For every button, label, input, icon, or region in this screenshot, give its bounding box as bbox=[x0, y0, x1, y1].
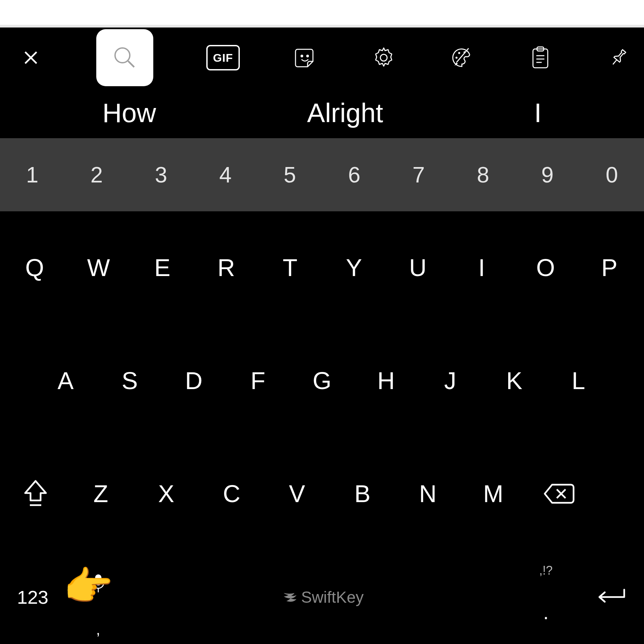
key-6[interactable]: 6 bbox=[322, 138, 386, 211]
svg-rect-11 bbox=[533, 49, 548, 68]
key-v[interactable]: V bbox=[264, 437, 330, 550]
microphone-icon bbox=[91, 574, 106, 594]
letter-row-1: Q W E R T Y U I O P bbox=[0, 211, 644, 324]
gif-label: GIF bbox=[213, 51, 233, 64]
svg-line-3 bbox=[128, 61, 134, 67]
key-i[interactable]: I bbox=[450, 211, 514, 324]
svg-point-5 bbox=[307, 55, 309, 57]
key-l[interactable]: L bbox=[546, 324, 610, 437]
key-d[interactable]: D bbox=[162, 324, 226, 437]
space-key[interactable]: SwiftKey bbox=[131, 550, 513, 644]
suggestion-bar: How Alright I bbox=[0, 88, 644, 138]
key-e[interactable]: E bbox=[130, 211, 194, 324]
svg-point-4 bbox=[301, 55, 303, 57]
symbols-key[interactable]: 123 bbox=[0, 550, 65, 644]
key-8[interactable]: 8 bbox=[451, 138, 515, 211]
key-k[interactable]: K bbox=[482, 324, 546, 437]
period-key[interactable]: ,!? . bbox=[513, 550, 579, 644]
key-0[interactable]: 0 bbox=[580, 138, 644, 211]
key-j[interactable]: J bbox=[418, 324, 482, 437]
suggestion-3[interactable]: I bbox=[534, 98, 542, 128]
key-2[interactable]: 2 bbox=[64, 138, 129, 211]
svg-point-6 bbox=[380, 54, 387, 61]
svg-point-2 bbox=[115, 48, 130, 63]
settings-icon[interactable] bbox=[371, 45, 396, 70]
close-icon[interactable] bbox=[18, 45, 44, 70]
key-c[interactable]: C bbox=[199, 437, 264, 550]
suggestion-2[interactable]: Alright bbox=[307, 98, 383, 128]
key-b[interactable]: B bbox=[330, 437, 395, 550]
backspace-key[interactable] bbox=[526, 483, 591, 505]
clipboard-icon[interactable] bbox=[528, 45, 553, 70]
number-row: 1 2 3 4 5 6 7 8 9 0 bbox=[0, 138, 644, 211]
svg-line-10 bbox=[457, 48, 469, 62]
bottom-row: 123 , SwiftKey ,!? . 👈 bbox=[0, 550, 644, 644]
search-button[interactable] bbox=[96, 29, 153, 86]
suggestion-1[interactable]: How bbox=[102, 98, 156, 128]
key-m[interactable]: M bbox=[461, 437, 526, 550]
key-r[interactable]: R bbox=[194, 211, 258, 324]
key-g[interactable]: G bbox=[290, 324, 354, 437]
theme-icon[interactable] bbox=[449, 45, 475, 70]
svg-rect-20 bbox=[96, 575, 101, 585]
space-brand-label: SwiftKey bbox=[301, 588, 364, 606]
key-z[interactable]: Z bbox=[68, 437, 133, 550]
key-x[interactable]: X bbox=[133, 437, 199, 550]
key-q[interactable]: Q bbox=[3, 211, 66, 324]
key-o[interactable]: O bbox=[514, 211, 577, 324]
letter-row-3: Z X C V B N M bbox=[0, 437, 644, 550]
swiftkey-brand: SwiftKey bbox=[280, 588, 364, 606]
swiftkey-keyboard: GIF How Alright I 1 2 3 4 5 6 7 8 9 0 bbox=[0, 28, 644, 644]
separator-bar bbox=[0, 25, 644, 28]
svg-point-8 bbox=[458, 52, 460, 54]
key-f[interactable]: F bbox=[226, 324, 290, 437]
shift-key[interactable] bbox=[3, 479, 68, 508]
key-h[interactable]: H bbox=[354, 324, 418, 437]
letter-row-2: A S D F G H J K L bbox=[0, 324, 644, 437]
key-7[interactable]: 7 bbox=[386, 138, 451, 211]
pin-icon[interactable] bbox=[606, 45, 631, 70]
svg-line-16 bbox=[613, 60, 617, 64]
key-5[interactable]: 5 bbox=[258, 138, 322, 211]
punct-hint: ,!? bbox=[539, 564, 552, 578]
key-9[interactable]: 9 bbox=[515, 138, 580, 211]
gif-button[interactable]: GIF bbox=[206, 45, 240, 70]
comma-hint: , bbox=[96, 621, 100, 638]
key-u[interactable]: U bbox=[386, 211, 449, 324]
key-4[interactable]: 4 bbox=[193, 138, 258, 211]
key-a[interactable]: A bbox=[34, 324, 98, 437]
enter-key[interactable] bbox=[579, 550, 644, 644]
key-w[interactable]: W bbox=[66, 211, 130, 324]
key-t[interactable]: T bbox=[258, 211, 322, 324]
symbols-label: 123 bbox=[17, 586, 48, 608]
period-label: . bbox=[543, 601, 549, 624]
voice-key[interactable]: , bbox=[65, 550, 131, 644]
key-s[interactable]: S bbox=[98, 324, 162, 437]
svg-point-7 bbox=[455, 57, 458, 59]
keyboard-toolbar: GIF bbox=[0, 28, 644, 88]
app-area-above-keyboard bbox=[0, 0, 644, 25]
key-1[interactable]: 1 bbox=[0, 138, 64, 211]
key-n[interactable]: N bbox=[395, 437, 461, 550]
key-y[interactable]: Y bbox=[322, 211, 386, 324]
key-3[interactable]: 3 bbox=[129, 138, 193, 211]
sticker-icon[interactable] bbox=[292, 45, 318, 70]
key-p[interactable]: P bbox=[578, 211, 641, 324]
